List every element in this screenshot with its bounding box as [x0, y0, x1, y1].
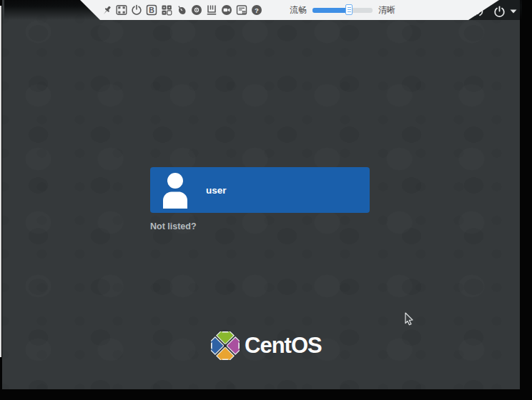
quality-slider-group: 流畅 清晰: [290, 0, 395, 20]
cdrom-icon[interactable]: [191, 4, 202, 16]
quality-slider-fill: [312, 8, 349, 13]
quality-slider-handle[interactable]: [345, 4, 353, 15]
not-listed-link[interactable]: Not listed?: [150, 221, 197, 231]
username-label: user: [206, 185, 227, 196]
window-left-edge: [0, 6, 1, 357]
quality-label-sharp: 清晰: [378, 4, 395, 16]
hotkeys-icon[interactable]: [161, 4, 172, 16]
pin-icon[interactable]: [101, 4, 112, 16]
os-name-label: CentOS: [245, 333, 322, 359]
storage-icon[interactable]: [206, 4, 217, 16]
user-row[interactable]: user: [150, 167, 370, 213]
blank-screen-letter: B: [149, 6, 154, 14]
blank-screen-icon[interactable]: B: [146, 4, 157, 16]
mouse-cursor: [404, 312, 415, 326]
centos-logo-icon: [211, 331, 240, 360]
help-glyph: ?: [255, 6, 259, 14]
user-avatar-icon: [162, 171, 188, 209]
record-icon[interactable]: [221, 4, 232, 16]
fullscreen-icon[interactable]: [116, 4, 127, 16]
toolbar-icon-group: B: [101, 0, 262, 20]
power-icon[interactable]: [493, 6, 506, 18]
quality-label-smooth: 流畅: [290, 4, 307, 16]
help-icon[interactable]: ?: [251, 4, 262, 16]
mouse-icon[interactable]: [176, 4, 187, 16]
quality-slider-track[interactable]: [312, 8, 373, 13]
os-branding: CentOS: [211, 331, 322, 360]
power-actions-icon[interactable]: [131, 4, 142, 16]
dropdown-caret-icon[interactable]: [510, 9, 517, 14]
virtual-keyboard-icon[interactable]: [236, 4, 247, 16]
